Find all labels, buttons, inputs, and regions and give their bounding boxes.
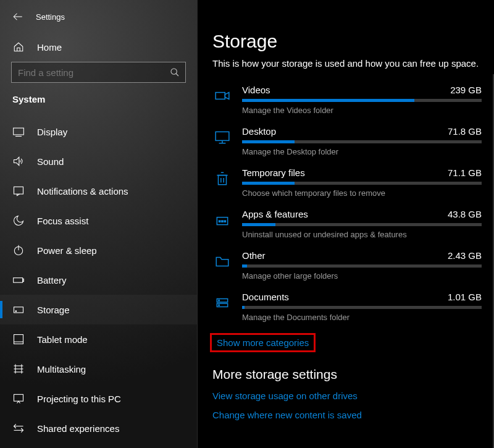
svg-rect-6 (14, 187, 23, 194)
shared-experiences-icon (12, 422, 25, 434)
multitasking-icon (12, 363, 25, 375)
sidebar-item-multitasking[interactable]: Multitasking (0, 354, 197, 384)
sidebar-item-label: Projecting to this PC (37, 394, 121, 404)
category-documents[interactable]: Documents 1.01 GB Manage the Documents f… (212, 287, 482, 328)
search-container (0, 62, 197, 93)
desktop-icon (212, 127, 232, 147)
svg-point-40 (219, 305, 220, 306)
category-name: Other (242, 250, 266, 261)
sidebar-item-shared-experiences[interactable]: Shared experiences (0, 413, 197, 443)
usage-bar (242, 99, 482, 102)
usage-bar (242, 264, 482, 268)
main-pane: Storage This is how your storage is used… (198, 0, 494, 448)
apps-icon (212, 210, 232, 230)
battery-icon (12, 274, 25, 286)
page-title: Storage (212, 31, 482, 52)
category-size: 239 GB (450, 85, 482, 95)
svg-marker-24 (225, 93, 229, 99)
sidebar-item-label: Storage (37, 305, 70, 315)
link-view-storage-other-drives[interactable]: View storage usage on other drives (212, 391, 482, 401)
nav-list: Display Sound Notifications & actions Fo… (0, 113, 197, 443)
usage-bar (242, 223, 482, 226)
power-icon (12, 244, 25, 256)
home-button[interactable]: Home (0, 32, 197, 62)
category-temporary-files[interactable]: Temporary files 71.1 GB Choose which tem… (212, 163, 482, 204)
category-name: Temporary files (242, 167, 305, 178)
category-apps-features[interactable]: Apps & features 43.8 GB Uninstall unused… (212, 204, 482, 245)
sidebar-item-power-sleep[interactable]: Power & sleep (0, 235, 197, 265)
sidebar-item-label: Shared experiences (37, 423, 119, 434)
category-name: Videos (242, 85, 270, 95)
sidebar-item-projecting[interactable]: Projecting to this PC (0, 384, 197, 413)
sidebar-item-label: Notifications & actions (37, 186, 128, 197)
sidebar-item-notifications[interactable]: Notifications & actions (0, 176, 197, 206)
home-icon (12, 41, 25, 53)
usage-bar (242, 140, 482, 143)
svg-marker-5 (14, 157, 19, 165)
projecting-icon (12, 392, 25, 405)
category-size: 71.8 GB (448, 126, 482, 137)
videos-icon (212, 86, 232, 106)
sidebar-item-label: Power & sleep (37, 245, 97, 256)
category-desktop[interactable]: Desktop 71.8 GB Manage the Desktop folde… (212, 121, 482, 163)
page-subtitle: This is how your storage is used and how… (212, 58, 482, 69)
sidebar-item-label: Battery (37, 275, 67, 285)
home-label: Home (37, 42, 62, 53)
svg-rect-34 (219, 221, 220, 222)
nav-group-label: System (0, 93, 197, 113)
svg-point-39 (219, 300, 220, 301)
sidebar-item-label: Tablet mode (37, 334, 88, 345)
svg-point-1 (171, 69, 177, 74)
search-icon (170, 67, 180, 77)
sidebar-item-label: Sound (37, 156, 64, 167)
category-size: 71.1 GB (448, 167, 482, 178)
usage-bar-fill (242, 140, 295, 143)
show-more-categories-link[interactable]: Show more categories (210, 333, 316, 352)
sidebar-item-storage[interactable]: Storage (0, 295, 197, 324)
sound-icon (12, 155, 25, 167)
category-name: Documents (242, 292, 289, 302)
svg-rect-25 (216, 132, 229, 140)
search-input[interactable] (11, 62, 186, 83)
usage-bar (242, 306, 482, 309)
usage-bar-fill (242, 182, 295, 185)
sidebar-item-battery[interactable]: Battery (0, 265, 197, 295)
svg-line-2 (176, 74, 178, 76)
storage-icon (12, 303, 25, 316)
svg-rect-10 (23, 279, 24, 281)
documents-icon (212, 293, 232, 313)
svg-point-12 (15, 311, 17, 312)
category-videos[interactable]: Videos 239 GB Manage the Videos folder (212, 80, 482, 121)
svg-rect-13 (14, 335, 23, 344)
titlebar: Settings (0, 9, 197, 32)
link-change-save-location[interactable]: Change where new content is saved (212, 410, 482, 420)
window-title: Settings (36, 12, 65, 22)
category-desc: Manage other large folders (242, 271, 482, 281)
sidebar-item-sound[interactable]: Sound (0, 146, 197, 176)
svg-rect-35 (222, 221, 223, 222)
more-storage-heading: More storage settings (212, 367, 482, 382)
back-button[interactable] (11, 10, 25, 23)
category-desc: Manage the Videos folder (242, 106, 482, 115)
category-name: Apps & features (242, 209, 308, 219)
display-icon (12, 125, 25, 138)
category-size: 1.01 GB (448, 292, 482, 302)
category-desc: Manage the Desktop folder (242, 147, 482, 156)
category-name: Desktop (242, 126, 276, 137)
category-size: 43.8 GB (448, 209, 482, 219)
category-size: 2.43 GB (448, 250, 482, 261)
usage-bar-fill (242, 223, 275, 226)
sidebar-item-tablet-mode[interactable]: Tablet mode (0, 324, 197, 354)
sidebar-item-focus-assist[interactable]: Focus assist (0, 206, 197, 235)
category-other[interactable]: Other 2.43 GB Manage other large folders (212, 245, 482, 287)
sidebar-item-label: Focus assist (37, 216, 88, 226)
category-desc: Manage the Documents folder (242, 313, 482, 322)
svg-rect-36 (224, 221, 225, 222)
focus-assist-icon (12, 214, 25, 227)
sidebar: Settings Home System Display (0, 0, 198, 448)
sidebar-item-display[interactable]: Display (0, 117, 197, 146)
svg-rect-9 (14, 278, 23, 283)
category-desc: Uninstall unused or undesired apps & fea… (242, 230, 482, 239)
svg-rect-28 (219, 175, 227, 185)
notifications-icon (12, 185, 25, 197)
